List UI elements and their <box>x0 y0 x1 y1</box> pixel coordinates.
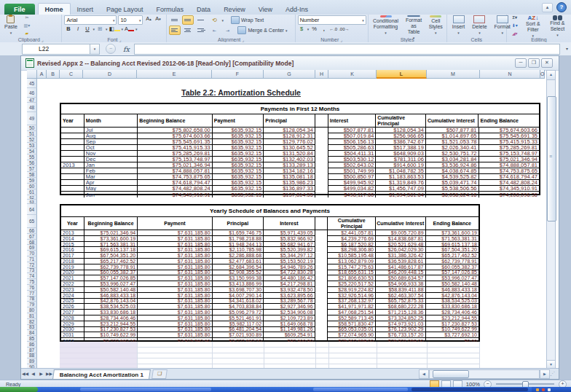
table-cell[interactable]: $4,341,618.02 <box>213 299 264 305</box>
table-cell[interactable] <box>315 247 328 253</box>
table-cell[interactable] <box>315 253 328 259</box>
ribbon-tab-view[interactable]: View <box>252 4 279 15</box>
table-cell[interactable] <box>315 139 328 145</box>
table-cell[interactable]: $386,742.67 <box>376 139 426 145</box>
row-header-77[interactable]: 77 <box>27 291 37 297</box>
table-cell[interactable]: $7,631,185.80 <box>138 327 212 333</box>
table-cell[interactable]: $28,734,406.46 <box>84 315 138 321</box>
table-cell[interactable]: $504,411.31 <box>328 151 377 157</box>
table-cell[interactable]: $74,973,921.03 <box>376 321 426 327</box>
table-cell[interactable]: $7,631,185.80 <box>138 304 212 310</box>
horizontal-scroll-thumb[interactable] <box>433 370 469 378</box>
table-cell[interactable] <box>61 186 84 192</box>
restore-window-button[interactable]: ❐ <box>528 58 540 68</box>
table-cell[interactable]: $58,839,411.88 <box>376 287 426 293</box>
table-cell[interactable]: $62,739,778.91 <box>426 259 479 264</box>
taskbar-button[interactable] <box>313 388 408 391</box>
vertical-scroll-thumb[interactable] <box>547 96 556 222</box>
horizontal-scroll-track[interactable] <box>429 369 540 379</box>
table-cell[interactable] <box>315 281 328 287</box>
table-cell[interactable]: $128,054.34 <box>264 128 315 133</box>
table-cell[interactable]: $5,153,502.19 <box>264 259 315 264</box>
column-header-E[interactable]: E <box>137 70 212 79</box>
column-header-C[interactable]: C <box>60 70 83 79</box>
font-size-select[interactable]: 10▾ <box>118 15 143 25</box>
table-cell[interactable] <box>315 293 328 299</box>
table-cell[interactable]: $74,618,794.47 <box>479 174 539 180</box>
table-cell[interactable]: $635,932.15 <box>213 186 264 192</box>
table-cell[interactable]: $4,007,290.14 <box>213 293 264 299</box>
row-header-69[interactable]: 69 <box>27 245 37 251</box>
prev-sheet-button[interactable]: ◀ <box>29 370 37 378</box>
table-cell[interactable]: $1,521,053.78 <box>426 139 479 145</box>
table-cell[interactable]: $505,286.63 <box>328 145 377 151</box>
table-cell[interactable]: $506,156.13 <box>328 139 377 145</box>
table-cell[interactable]: $7,631,185.80 <box>138 310 212 315</box>
table-cell[interactable] <box>315 174 328 180</box>
table-cell[interactable]: $507,877.81 <box>328 128 377 133</box>
table-cell[interactable] <box>61 133 84 139</box>
table-cell[interactable]: $635,932.15 <box>213 145 264 151</box>
table-cell[interactable] <box>61 174 84 180</box>
table-cell[interactable]: $10,749,622.99 <box>84 332 138 338</box>
table-cell[interactable]: $1,798,218.88 <box>213 236 264 242</box>
column-header-H[interactable]: H <box>315 70 328 79</box>
row-header-70[interactable]: 70 <box>27 251 37 256</box>
ribbon-tab-insert[interactable]: Insert <box>71 4 101 15</box>
table-cell[interactable]: $648,909.03 <box>376 151 426 157</box>
table-cell[interactable]: $69,615,137.18 <box>426 242 479 248</box>
table-cell[interactable] <box>315 128 328 133</box>
row-header-82[interactable]: 82 <box>27 319 37 325</box>
table-cell[interactable]: $2,534,906.08 <box>264 310 315 315</box>
table-cell[interactable] <box>315 304 328 310</box>
table-cell[interactable]: $47,068,251.54 <box>328 310 376 315</box>
table-cell[interactable] <box>315 151 328 157</box>
zoom-slider[interactable] <box>496 383 554 385</box>
table-cell[interactable]: $7,631,185.80 <box>138 247 212 253</box>
table-cell[interactable]: $53,996,027.47 <box>84 281 138 287</box>
formula-input[interactable] <box>134 44 560 55</box>
table-cell[interactable]: Jan <box>84 162 138 168</box>
column-header-G[interactable]: G <box>264 70 315 79</box>
table-cell[interactable]: $4,946,789.26 <box>264 264 315 270</box>
wrap-text-button[interactable]: Wrap Text <box>231 16 264 24</box>
table-cell[interactable]: $128,912.31 <box>264 133 315 139</box>
taskbar-button[interactable] <box>80 388 211 391</box>
table-cell[interactable]: $500,850.97 <box>328 174 377 180</box>
table-cell[interactable]: $9,005,720.89 <box>376 230 426 236</box>
table-cell[interactable]: $1,456,747.09 <box>376 186 426 192</box>
row-header-81[interactable]: 81 <box>27 313 37 319</box>
row-header-47[interactable]: 47 <box>27 98 37 103</box>
table-cell[interactable]: $5,538,506.56 <box>426 186 479 192</box>
table-cell[interactable]: $42,876,143.04 <box>84 299 138 305</box>
table-cell[interactable]: $7,631,185.80 <box>138 236 212 242</box>
table-cell[interactable] <box>315 162 328 168</box>
table-cell[interactable]: $2,110,785.98 <box>213 247 264 253</box>
decrease-decimal-button[interactable]: .00→ <box>339 26 349 33</box>
row-header-52[interactable]: 52 <box>27 137 37 143</box>
table-cell[interactable]: $74,888,057.81 <box>479 162 539 168</box>
table-cell[interactable]: $503,530.12 <box>328 157 377 162</box>
table-cell[interactable]: $17,230,827.53 <box>84 327 138 333</box>
table-cell[interactable]: $5,096,279.72 <box>213 310 264 315</box>
sort-filter-button[interactable]: AZ↓ Sort & Filter▾ <box>522 15 544 36</box>
row-header-89[interactable]: 89 <box>27 358 37 364</box>
table-cell[interactable]: $2,109,723.89 <box>264 315 315 321</box>
shrink-font-button[interactable]: A▾ <box>154 15 162 23</box>
table-cell[interactable]: $499,034.82 <box>328 186 377 192</box>
row-header-56[interactable]: 56 <box>27 160 37 166</box>
table-cell[interactable] <box>61 151 84 157</box>
fill-color-button[interactable]: ◧ <box>109 26 119 33</box>
table-cell[interactable] <box>315 186 328 192</box>
table-cell[interactable]: $133,289.13 <box>264 162 315 168</box>
table-cell[interactable]: $7,631,185.80 <box>138 321 212 327</box>
table-cell[interactable]: $609,254.91 <box>264 332 315 338</box>
table-cell[interactable] <box>61 157 84 162</box>
table-cell[interactable]: $5,982,117.02 <box>213 321 264 327</box>
table-cell[interactable] <box>61 168 84 174</box>
table-cell[interactable] <box>315 287 328 293</box>
align-right-button[interactable] <box>195 26 207 35</box>
table-cell[interactable]: $72,074,965.90 <box>328 332 376 338</box>
table-cell[interactable] <box>61 139 84 145</box>
row-header-53[interactable]: 53 <box>27 143 37 149</box>
